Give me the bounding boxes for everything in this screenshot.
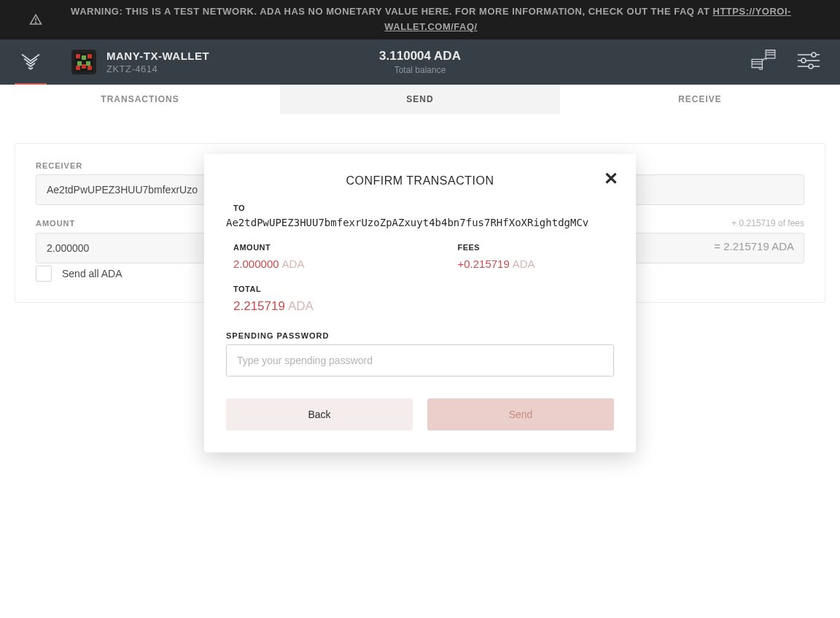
- modal-total-value: 2.215719ADA: [233, 299, 614, 314]
- modal-to-value: Ae2tdPwUPEZ3HUU7bmfexrUzoZpAZxuyt4b4bn7f…: [226, 217, 614, 228]
- spending-password-input[interactable]: [226, 344, 614, 376]
- modal-total-currency: ADA: [288, 299, 314, 313]
- modal-total-label: TOTAL: [233, 285, 614, 293]
- modal-fees-currency: ADA: [513, 258, 535, 270]
- modal-backdrop: CONFIRM TRANSACTION ✕ TO Ae2tdPwUPEZ3HUU…: [0, 0, 840, 618]
- modal-total-number: 2.215719: [233, 299, 285, 313]
- modal-fees-label: FEES: [457, 243, 534, 252]
- spending-password-label: SPENDING PASSWORD: [226, 331, 614, 340]
- modal-amount-value: 2.000000ADA: [233, 258, 304, 270]
- send-button[interactable]: Send: [427, 398, 614, 430]
- modal-to-label: TO: [233, 204, 614, 212]
- modal-amount-number: 2.000000: [233, 258, 279, 270]
- modal-amount-label: AMOUNT: [233, 243, 304, 252]
- modal-fees-value: +0.215719ADA: [457, 258, 534, 270]
- back-button[interactable]: Back: [226, 398, 413, 430]
- modal-fees-number: +0.215719: [457, 258, 509, 270]
- close-icon[interactable]: ✕: [604, 170, 618, 188]
- confirm-transaction-modal: CONFIRM TRANSACTION ✕ TO Ae2tdPwUPEZ3HUU…: [204, 154, 636, 452]
- modal-amount-currency: ADA: [282, 258, 305, 270]
- modal-title: CONFIRM TRANSACTION: [226, 174, 614, 188]
